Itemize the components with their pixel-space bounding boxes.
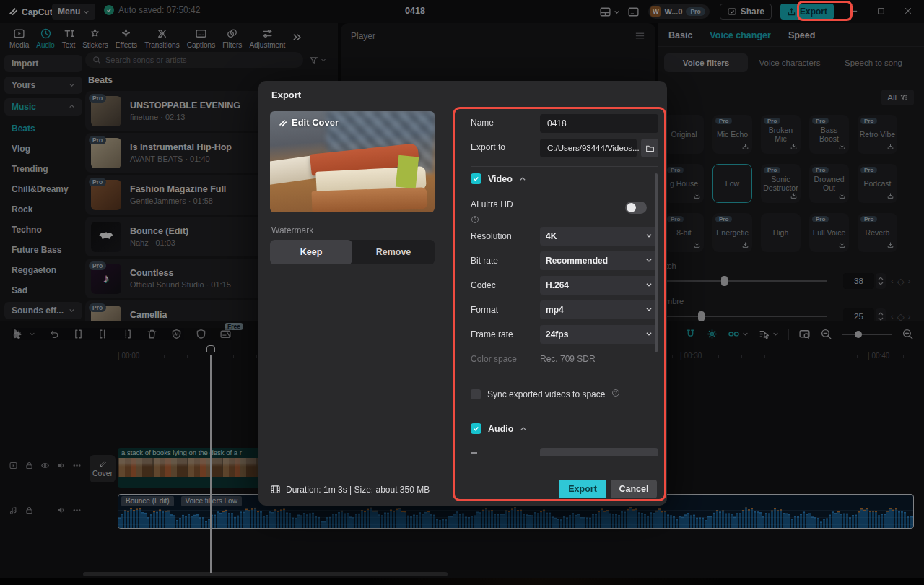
- dialog-title: Export: [271, 90, 301, 100]
- edit-cover-button[interactable]: Edit Cover: [277, 117, 339, 128]
- watermark-remove-button[interactable]: Remove: [352, 240, 435, 264]
- capcut-window: CapCut Menu Auto saved: 07:50:42 0418 W …: [0, 0, 924, 585]
- watermark-keep-button[interactable]: Keep: [270, 240, 352, 264]
- annotation-export-button: [797, 1, 853, 21]
- cover-book-brown: [312, 187, 428, 212]
- watermark-segmented: Keep Remove: [270, 240, 435, 264]
- film-icon: [270, 484, 281, 495]
- watermark-label: Watermark: [271, 225, 313, 235]
- export-info: Duration: 1m 3s | Size: about 350 MB: [270, 484, 430, 495]
- capcut-logo-icon: [277, 118, 287, 128]
- annotation-export-settings: [453, 107, 666, 501]
- cover-sticky-note: [396, 155, 419, 189]
- export-cover-preview[interactable]: Edit Cover: [270, 111, 435, 212]
